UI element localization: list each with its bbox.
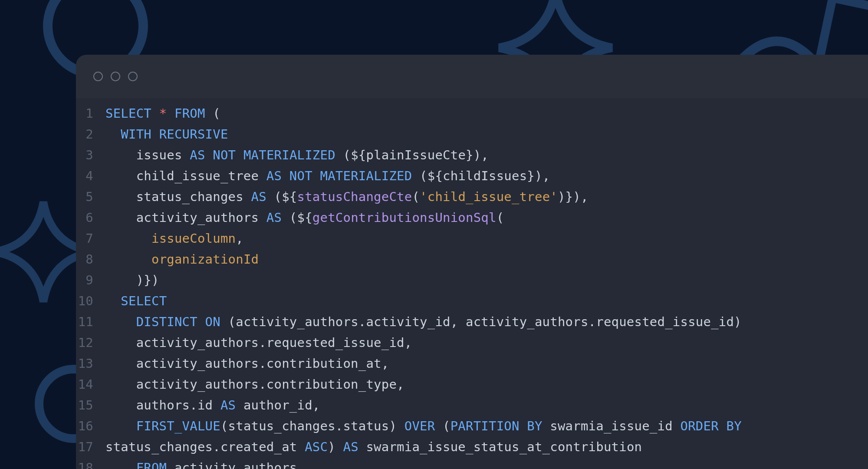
line-content: activity_authors.requested_issue_id, xyxy=(105,335,412,350)
line-number: 2 xyxy=(76,127,105,142)
code-token: (activity_authors.activity_id, activity_… xyxy=(220,314,742,329)
code-token: (${ xyxy=(282,210,312,225)
code-token: child_issue_tree xyxy=(105,168,266,183)
code-token xyxy=(105,314,136,329)
code-token: AS xyxy=(190,148,205,162)
code-token: ( xyxy=(496,210,504,225)
code-token: ASC xyxy=(305,439,328,454)
code-token: ON xyxy=(205,314,220,329)
code-token: activity_authors.contribution_at, xyxy=(105,356,389,371)
line-number: 1 xyxy=(76,106,105,121)
code-token: PARTITION xyxy=(450,419,519,433)
window-maximize-dot[interactable] xyxy=(128,72,138,81)
code-token: SELECT xyxy=(105,106,151,121)
code-token: activity_authors xyxy=(167,460,297,469)
line-number: 15 xyxy=(76,398,105,413)
code-token xyxy=(197,314,205,329)
line-number: 11 xyxy=(76,314,105,329)
line-content: status_changes AS (${statusChangeCte('ch… xyxy=(105,189,589,204)
editor-window: 1SELECT * FROM (2 WITH RECURSIVE3 issues… xyxy=(76,55,868,469)
line-number: 14 xyxy=(76,377,105,392)
code-token xyxy=(282,168,289,183)
code-token: BY xyxy=(527,419,542,433)
line-content: activity_authors.contribution_type, xyxy=(105,377,404,392)
line-number: 18 xyxy=(76,460,105,469)
line-number: 13 xyxy=(76,356,105,371)
code-token: RECURSIVE xyxy=(159,127,228,142)
line-number: 17 xyxy=(76,439,105,454)
line-number: 3 xyxy=(76,148,105,162)
line-number: 8 xyxy=(76,252,105,267)
code-token: ) xyxy=(328,439,343,454)
code-token: swarmia_issue_status_at_contribution xyxy=(358,439,642,454)
line-content: SELECT xyxy=(105,294,167,308)
line-number: 10 xyxy=(76,294,105,308)
code-token: statusChangeCte xyxy=(297,189,412,204)
line-content: status_changes.created_at ASC) AS swarmi… xyxy=(105,439,642,454)
line-content: )}) xyxy=(105,273,159,287)
line-content: issues AS NOT MATERIALIZED (${plainIssue… xyxy=(105,148,489,162)
code-token: MATERIALIZED xyxy=(320,168,412,183)
code-token: NOT xyxy=(213,148,236,162)
line-number: 12 xyxy=(76,335,105,350)
code-token: NOT xyxy=(289,168,312,183)
line-content: authors.id AS author_id, xyxy=(105,398,320,413)
code-line: 7 issueColumn, xyxy=(76,231,868,252)
code-line: 14 activity_authors.contribution_type, xyxy=(76,377,868,398)
code-token: FROM xyxy=(136,460,167,469)
code-token xyxy=(519,419,527,433)
code-editor[interactable]: 1SELECT * FROM (2 WITH RECURSIVE3 issues… xyxy=(76,98,868,469)
line-content: activity_authors.contribution_at, xyxy=(105,356,389,371)
code-token: issues xyxy=(105,148,190,162)
code-token: status_changes.created_at xyxy=(105,439,305,454)
code-token: FROM xyxy=(174,106,205,121)
code-line: 16 FIRST_VALUE(status_changes.status) OV… xyxy=(76,419,868,439)
line-number: 5 xyxy=(76,189,105,204)
code-token xyxy=(105,419,136,433)
code-token xyxy=(236,148,243,162)
code-token: organizationId xyxy=(151,252,259,267)
line-content: FIRST_VALUE(status_changes.status) OVER … xyxy=(105,419,742,433)
code-token: AS xyxy=(266,168,282,183)
code-token xyxy=(167,106,174,121)
code-line: 8 organizationId xyxy=(76,252,868,273)
code-line: 12 activity_authors.requested_issue_id, xyxy=(76,335,868,356)
code-token: AS xyxy=(220,398,236,413)
window-close-dot[interactable] xyxy=(93,72,103,81)
code-token: BY xyxy=(727,419,742,433)
code-line: 9 )}) xyxy=(76,273,868,294)
code-token xyxy=(151,127,159,142)
code-token xyxy=(105,252,151,267)
code-token: FIRST_VALUE xyxy=(136,419,220,433)
code-token: activity_authors.requested_issue_id, xyxy=(105,335,412,350)
code-token: activity_authors.contribution_type, xyxy=(105,377,404,392)
code-token xyxy=(105,127,121,142)
code-token xyxy=(105,460,136,469)
code-line: 11 DISTINCT ON (activity_authors.activit… xyxy=(76,314,868,335)
code-token: SELECT xyxy=(121,294,167,308)
code-token xyxy=(105,231,151,246)
code-token xyxy=(719,419,727,433)
code-token xyxy=(312,168,320,183)
code-line: 2 WITH RECURSIVE xyxy=(76,127,868,148)
code-token: * xyxy=(159,106,167,121)
code-token: ( xyxy=(205,106,220,121)
code-token: issueColumn xyxy=(151,231,236,246)
code-line: 5 status_changes AS (${statusChangeCte('… xyxy=(76,189,868,210)
code-line: 18 FROM activity_authors xyxy=(76,460,868,469)
code-token: 'child_issue_tree' xyxy=(420,189,558,204)
line-content: issueColumn, xyxy=(105,231,243,246)
line-content: SELECT * FROM ( xyxy=(105,106,220,121)
code-line: 1SELECT * FROM ( xyxy=(76,106,868,127)
code-line: 15 authors.id AS author_id, xyxy=(76,398,868,419)
line-content: organizationId xyxy=(105,252,259,267)
line-content: FROM activity_authors xyxy=(105,460,297,469)
code-line: 3 issues AS NOT MATERIALIZED (${plainIss… xyxy=(76,148,868,168)
code-token: AS xyxy=(266,210,282,225)
code-token xyxy=(205,148,213,162)
code-token: OVER xyxy=(404,419,435,433)
code-token: swarmia_issue_id xyxy=(542,419,681,433)
code-token: author_id, xyxy=(236,398,320,413)
window-minimize-dot[interactable] xyxy=(111,72,120,81)
code-token: (${ xyxy=(266,189,297,204)
